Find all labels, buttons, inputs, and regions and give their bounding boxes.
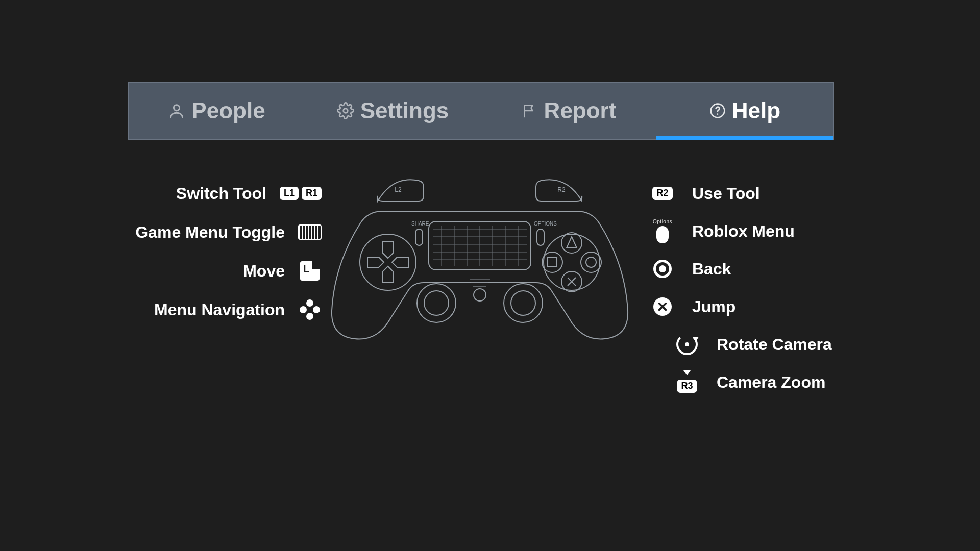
- binding-label: Jump: [692, 297, 736, 316]
- flag-icon: [522, 103, 538, 119]
- svg-point-32: [542, 252, 562, 272]
- active-tab-underline: [656, 136, 833, 140]
- binding-switch-tool: Switch Tool L1 R1: [128, 182, 322, 205]
- person-icon: [168, 102, 185, 119]
- svg-marker-33: [567, 237, 577, 248]
- binding-rotate-camera: Rotate Camera: [673, 333, 863, 356]
- svg-point-30: [581, 252, 601, 272]
- binding-label: Switch Tool: [176, 184, 266, 203]
- touchpad-icon: [298, 224, 322, 240]
- binding-game-menu-toggle: Game Menu Toggle: [128, 220, 322, 244]
- svg-point-26: [474, 289, 486, 301]
- options-button-icon: Options: [648, 219, 677, 243]
- binding-camera-zoom: R3 Camera Zoom: [673, 370, 863, 394]
- svg-point-41: [511, 291, 535, 315]
- binding-label: Move: [243, 262, 285, 281]
- binding-label: Game Menu Toggle: [135, 223, 285, 242]
- dpad-icon: [298, 299, 322, 320]
- tab-label: Report: [544, 98, 617, 123]
- menu-panel: People Settings Report Help Switch Tool: [128, 82, 832, 456]
- circle-button-icon: [648, 260, 677, 278]
- left-bindings-column: Switch Tool L1 R1 Game Menu Toggle Move …: [128, 182, 322, 337]
- r3-zoom-icon: R3: [673, 371, 701, 393]
- binding-roblox-menu: Options Roblox Menu: [648, 219, 863, 243]
- right-stick-rotate-icon: [673, 334, 701, 355]
- binding-label: Use Tool: [692, 184, 760, 203]
- svg-text:OPTIONS: OPTIONS: [534, 221, 557, 227]
- r2-icon: R2: [648, 187, 677, 200]
- svg-point-27: [360, 234, 416, 290]
- svg-point-39: [424, 291, 449, 315]
- svg-point-0: [174, 105, 180, 111]
- binding-label: Camera Zoom: [717, 373, 825, 392]
- binding-label: Menu Navigation: [154, 300, 285, 319]
- help-icon: [709, 103, 726, 119]
- binding-label: Roblox Menu: [692, 222, 795, 241]
- svg-point-3: [717, 113, 718, 115]
- left-stick-icon: [298, 261, 322, 281]
- binding-use-tool: R2 Use Tool: [648, 182, 863, 205]
- tab-report[interactable]: Report: [481, 83, 657, 139]
- tab-label: Settings: [360, 98, 449, 123]
- binding-menu-navigation: Menu Navigation: [128, 298, 322, 321]
- gear-icon: [337, 102, 354, 119]
- svg-rect-19: [415, 229, 423, 245]
- svg-point-1: [343, 109, 348, 113]
- tab-label: People: [191, 98, 265, 123]
- binding-jump: Jump: [648, 295, 863, 318]
- svg-rect-35: [548, 258, 557, 267]
- help-content: Switch Tool L1 R1 Game Menu Toggle Move …: [128, 170, 832, 456]
- l1-r1-icon: L1 R1: [280, 187, 322, 200]
- svg-text:R2: R2: [557, 186, 566, 193]
- tab-bar: People Settings Report Help: [128, 82, 834, 140]
- svg-point-40: [504, 284, 543, 322]
- tab-people[interactable]: People: [129, 83, 305, 139]
- tab-help[interactable]: Help: [657, 83, 833, 139]
- right-bindings-column: R2 Use Tool Options Roblox Menu Back: [648, 182, 863, 408]
- svg-point-38: [417, 284, 456, 322]
- svg-point-34: [586, 257, 596, 267]
- binding-back: Back: [648, 257, 863, 281]
- tab-label: Help: [732, 98, 780, 123]
- binding-label: Back: [692, 260, 731, 279]
- controller-diagram: L2 R2: [322, 170, 638, 364]
- cross-button-icon: [648, 297, 677, 316]
- binding-move: Move: [128, 259, 322, 283]
- svg-text:L2: L2: [395, 186, 402, 193]
- binding-label: Rotate Camera: [717, 335, 832, 354]
- svg-text:SHARE: SHARE: [411, 221, 429, 227]
- svg-rect-20: [537, 229, 544, 245]
- tab-settings[interactable]: Settings: [305, 83, 481, 139]
